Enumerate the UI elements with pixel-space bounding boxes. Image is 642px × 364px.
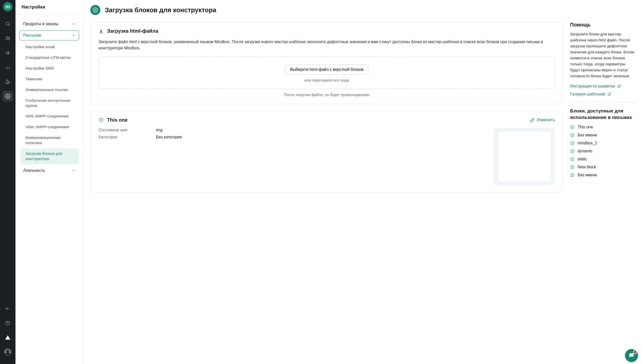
user-avatar[interactable]: [2, 346, 13, 358]
main-content: Загрузка блоков для конструктора Загрузк…: [83, 0, 642, 364]
sidebar-group-loyalty[interactable]: Лояльность: [20, 166, 79, 176]
help-link-gallery[interactable]: Галерея шаблонов: [570, 92, 635, 96]
warning-icon[interactable]: [2, 332, 13, 343]
check-circle-icon: [570, 173, 575, 177]
page-title: Загрузка блоков для конструктора: [105, 6, 217, 14]
available-block-item[interactable]: This one: [570, 125, 635, 130]
available-block-label: Без имени: [578, 133, 597, 137]
block-preview-frame: [494, 128, 555, 185]
sidebar-item[interactable]: Viber SMPP-соединения: [21, 122, 79, 132]
available-block-label: Без имени: [578, 173, 597, 177]
sidebar-item[interactable]: Глобальная контрольная группа: [21, 96, 79, 111]
external-link-icon: [617, 84, 621, 88]
analytics-icon[interactable]: [2, 62, 13, 73]
dropzone[interactable]: Выберите html-файл с версткой блоков или…: [99, 57, 555, 89]
logo[interactable]: m: [3, 2, 13, 12]
download-icon: [99, 29, 104, 34]
edit-button[interactable]: Изменить: [530, 118, 555, 122]
sidebar-item[interactable]: Универсальные ссылки: [21, 85, 79, 95]
dropzone-hint: или перетащите его сюда: [104, 78, 550, 82]
sidebar-children-mailings: Настройки email Стандартные UTM-метки На…: [20, 42, 79, 164]
help-icon[interactable]: [2, 318, 13, 328]
puzzle-icon[interactable]: [2, 76, 13, 87]
upload-after-note: После загрузки файла, он будет провалиди…: [99, 92, 555, 97]
settings-sidebar: Настройки Продукты и заказы Рассылки Нас…: [16, 0, 83, 364]
available-block-item[interactable]: Без имени: [570, 173, 635, 177]
check-circle-icon: [570, 141, 575, 145]
chat-icon: [628, 352, 635, 359]
search-icon[interactable]: [2, 18, 13, 30]
check-circle-icon: [99, 118, 104, 122]
upload-card: Загрузка html-файла Загрузите файл html …: [90, 22, 563, 104]
kv-val: img: [156, 128, 162, 132]
available-block-item[interactable]: Без имени: [570, 133, 635, 137]
sidebar-item-active[interactable]: Загрузка блоков для конструктора: [21, 148, 79, 164]
sidebar-item[interactable]: Настройки SMS: [21, 63, 79, 74]
svg-point-2: [6, 37, 8, 38]
check-circle-icon: [570, 149, 575, 153]
svg-point-3: [8, 37, 10, 38]
sidebar-group-label: Продукты и заказы: [23, 22, 58, 26]
kv-row: Категория Без категории: [99, 135, 488, 139]
block-preview: [498, 132, 551, 182]
svg-point-12: [99, 118, 103, 122]
help-panel: Помощь Загрузите блоки для мастер-шаблон…: [570, 22, 635, 181]
help-link-instruction[interactable]: Инструкция по разметке: [570, 84, 635, 88]
sidebar-title: Настройки: [16, 0, 83, 14]
check-circle-icon: [570, 165, 575, 169]
sidebar-group-mailings[interactable]: Рассылки: [20, 30, 79, 40]
svg-point-16: [571, 150, 574, 153]
external-link-icon: [607, 92, 611, 96]
available-block-item[interactable]: New block: [570, 165, 635, 169]
chevron-down-icon: [72, 22, 75, 26]
kv-key: Категория: [99, 135, 151, 139]
check-circle-icon: [570, 125, 575, 130]
upload-description: Загрузите файл html с версткой блоков, р…: [99, 39, 555, 51]
page-gear-icon: [90, 5, 100, 15]
available-block-label: mindbox_1: [578, 141, 597, 145]
help-link-label: Галерея шаблонов: [570, 92, 605, 96]
svg-line-1: [9, 25, 10, 26]
sidebar-item[interactable]: Стандартные UTM-метки: [21, 52, 79, 63]
help-text: Загрузите блоки для мастер-шаблона через…: [570, 31, 635, 79]
kv-row: Системное имя img: [99, 128, 488, 132]
people-icon[interactable]: [2, 33, 13, 44]
help-title: Помощь: [570, 22, 635, 28]
sidebar-item[interactable]: SMS SMPP-соединения: [21, 111, 79, 122]
svg-point-18: [571, 166, 574, 169]
help-link-label: Инструкция по разметке: [570, 84, 615, 88]
available-block-label: dynamic: [578, 149, 593, 153]
svg-point-19: [571, 174, 574, 177]
chat-fab[interactable]: [625, 349, 638, 362]
available-title: Блоки, доступные для использования в пис…: [570, 108, 635, 120]
available-block-label: static: [578, 157, 587, 161]
edit-label: Изменить: [537, 118, 555, 122]
block-card: This one Изменить Системное имя img Кате…: [90, 111, 563, 192]
megaphone-icon[interactable]: [2, 47, 13, 58]
available-block-item[interactable]: dynamic: [570, 149, 635, 153]
kv-key: Системное имя: [99, 128, 151, 132]
collapse-icon[interactable]: [2, 303, 13, 314]
chevron-up-icon: [72, 34, 75, 37]
available-block-label: This one: [578, 125, 593, 130]
check-circle-icon: [570, 133, 575, 137]
available-block-item[interactable]: mindbox_1: [570, 141, 635, 145]
svg-point-0: [6, 22, 9, 26]
choose-file-button[interactable]: Выберите html-файл с версткой блоков: [285, 64, 368, 74]
svg-point-14: [571, 134, 574, 137]
sidebar-item[interactable]: Тематики: [21, 74, 79, 84]
chevron-up-icon: [72, 169, 75, 172]
svg-point-17: [571, 158, 574, 161]
settings-icon[interactable]: [2, 91, 13, 102]
sidebar-group-label: Рассылки: [23, 33, 41, 38]
sidebar-group-products[interactable]: Продукты и заказы: [20, 19, 79, 29]
kv-val: Без категории: [156, 135, 182, 139]
available-block-item[interactable]: static: [570, 157, 635, 161]
divider: [570, 102, 635, 102]
sidebar-item[interactable]: Коммуникационная политика: [21, 133, 79, 148]
upload-heading: Загрузка html-файла: [107, 28, 158, 34]
pencil-icon: [530, 118, 535, 122]
svg-point-13: [571, 126, 574, 129]
sidebar-item[interactable]: Настройки email: [21, 42, 79, 52]
available-block-label: New block: [578, 165, 596, 169]
